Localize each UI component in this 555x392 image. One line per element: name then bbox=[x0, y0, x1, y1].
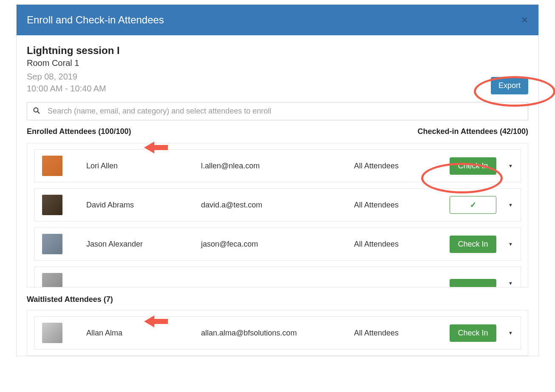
search-input[interactable] bbox=[48, 107, 522, 116]
waitlisted-attendee-list: Allan Alma allan.alma@bfsolutions.com Al… bbox=[27, 310, 528, 356]
session-date: Sep 08, 2019 bbox=[27, 71, 120, 82]
avatar bbox=[42, 156, 62, 176]
checkedin-count-label: Checked-in Attendees (42/100) bbox=[418, 127, 528, 136]
row-menu-icon[interactable]: ▼ bbox=[508, 330, 513, 335]
attendee-email: allan.alma@bfsolutions.com bbox=[201, 329, 354, 338]
attendee-row: Lori Allen l.allen@nlea.com All Attendee… bbox=[34, 149, 521, 182]
check-in-button[interactable]: Check In bbox=[450, 236, 496, 253]
row-menu-icon[interactable]: ▼ bbox=[508, 202, 513, 207]
attendee-category: All Attendees bbox=[354, 329, 450, 338]
session-info: Lightning session I Room Coral 1 Sep 08,… bbox=[27, 45, 120, 94]
search-icon bbox=[33, 107, 40, 116]
session-time: 10:00 AM - 10:40 AM bbox=[27, 82, 120, 94]
enrolled-attendee-list: Lori Allen l.allen@nlea.com All Attendee… bbox=[27, 143, 528, 287]
attendee-name: Lori Allen bbox=[86, 162, 201, 170]
avatar bbox=[42, 273, 62, 287]
svg-line-1 bbox=[38, 111, 40, 114]
avatar bbox=[42, 195, 62, 215]
check-in-button[interactable] bbox=[450, 279, 496, 287]
attendee-email: l.allen@nlea.com bbox=[201, 162, 354, 170]
svg-point-0 bbox=[34, 108, 38, 112]
attendee-email: jason@feca.com bbox=[201, 240, 354, 249]
attendee-email: david.a@test.com bbox=[201, 201, 354, 210]
modal-body: Lightning session I Room Coral 1 Sep 08,… bbox=[17, 35, 538, 356]
attendee-row: Allan Alma allan.alma@bfsolutions.com Al… bbox=[34, 316, 521, 349]
modal-title: Enroll and Check-in Attendees bbox=[27, 14, 164, 26]
avatar bbox=[42, 234, 62, 254]
checked-in-button[interactable]: ✓ bbox=[450, 196, 496, 214]
attendee-category: All Attendees bbox=[354, 162, 450, 170]
enroll-checkin-modal: Enroll and Check-in Attendees ✕ Lightnin… bbox=[16, 4, 539, 356]
row-menu-icon[interactable]: ▼ bbox=[508, 241, 513, 247]
close-icon[interactable]: ✕ bbox=[521, 16, 528, 24]
session-info-row: Lightning session I Room Coral 1 Sep 08,… bbox=[27, 45, 528, 94]
check-in-button[interactable]: Check In bbox=[450, 324, 496, 342]
attendee-category: All Attendees bbox=[354, 201, 450, 210]
session-title: Lightning session I bbox=[27, 45, 120, 57]
row-menu-icon[interactable]: ▼ bbox=[508, 163, 513, 168]
attendee-name: David Abrams bbox=[86, 201, 201, 210]
attendee-name: Jason Alexander bbox=[86, 240, 201, 249]
row-menu-icon[interactable]: ▼ bbox=[508, 281, 513, 286]
search-field[interactable] bbox=[27, 102, 528, 120]
enrolled-count-label: Enrolled Attendees (100/100) bbox=[27, 127, 131, 136]
attendee-name: Allan Alma bbox=[86, 329, 201, 338]
attendee-category: All Attendees bbox=[354, 240, 450, 249]
attendee-row: Jason Alexander jason@feca.com All Atten… bbox=[34, 227, 521, 261]
attendee-row: ▼ bbox=[34, 267, 521, 287]
waitlisted-label: Waitlisted Attendees (7) bbox=[27, 295, 528, 304]
session-room: Room Coral 1 bbox=[27, 58, 120, 68]
avatar bbox=[42, 323, 62, 343]
modal-header: Enroll and Check-in Attendees ✕ bbox=[17, 5, 538, 35]
attendee-row: David Abrams david.a@test.com All Attend… bbox=[34, 188, 521, 222]
attendee-counts: Enrolled Attendees (100/100) Checked-in … bbox=[27, 127, 528, 136]
export-button[interactable]: Export bbox=[491, 77, 528, 94]
check-in-button[interactable]: Check In bbox=[450, 157, 496, 175]
